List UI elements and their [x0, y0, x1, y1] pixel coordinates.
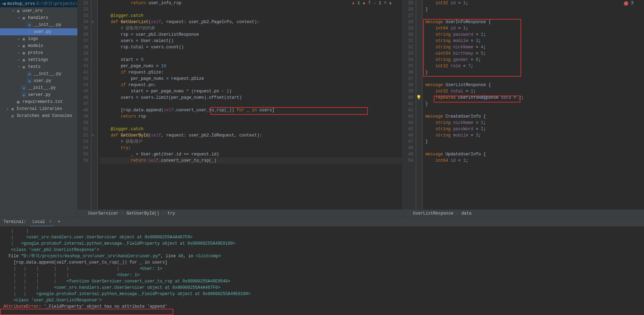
code-line[interactable]: return self.convert_user_to_rsp(_): [100, 158, 402, 164]
tree-item[interactable]: ◆user.py: [0, 77, 77, 84]
crumb-item[interactable]: GetUserById(): [127, 211, 160, 216]
terminal-output[interactable]: | | | <user_srv.handlers.user.UserServic…: [0, 226, 644, 315]
tree-item[interactable]: ▾▣user_srv: [0, 7, 77, 14]
tree-item[interactable]: ▸▣models: [0, 42, 77, 49]
tree-arrow-icon[interactable]: ▾: [17, 65, 21, 69]
code-line[interactable]: message UpdateUserInfo {: [425, 151, 644, 158]
tree-item[interactable]: ◆__init__.py: [0, 21, 77, 28]
code-line[interactable]: int32 id = 1;: [425, 0, 644, 6]
code-line[interactable]: }: [425, 6, 644, 13]
code-line[interactable]: def GetUserById(self, request: user_pb2.…: [100, 132, 402, 139]
right-code[interactable]: int32 id = 1;}message UserInfoResponse {…: [422, 0, 644, 209]
right-breadcrumb[interactable]: UserListResponse › data: [402, 209, 644, 217]
code-line[interactable]: if request.pn:: [100, 82, 402, 88]
code-line[interactable]: string nickName = 4;: [425, 44, 644, 50]
code-line[interactable]: }: [425, 139, 644, 145]
code-line[interactable]: per_page_nums = 10: [100, 63, 402, 69]
code-line[interactable]: [100, 101, 402, 107]
add-terminal-button[interactable]: +: [58, 219, 60, 224]
tree-item[interactable]: ▸▣protos: [0, 49, 77, 56]
tree-arrow-icon[interactable]: ▸: [17, 58, 21, 62]
code-line[interactable]: users = users.limit(per_page_nums).offse…: [100, 94, 402, 101]
crumb-item[interactable]: UserListResponse: [413, 211, 453, 216]
code-line[interactable]: [425, 107, 644, 113]
code-line[interactable]: start = per_page_nums * (request.pn - 1): [100, 88, 402, 94]
code-line[interactable]: [100, 120, 402, 126]
code-line[interactable]: start = 0: [100, 57, 402, 63]
code-line[interactable]: rsp = user_pb2.UserListResponse: [100, 31, 402, 38]
code-line[interactable]: [100, 50, 402, 57]
code-line[interactable]: [425, 13, 644, 19]
tree-arrow-icon[interactable]: ▾: [17, 16, 21, 20]
code-line[interactable]: string nickName = 1;: [425, 120, 644, 126]
right-gutter-fold[interactable]: 💡: [416, 0, 422, 209]
code-line[interactable]: # 获取用户: [100, 139, 402, 145]
terminal-tab-local[interactable]: Local ×: [30, 218, 54, 226]
code-line[interactable]: [rsp.data.append(self.convert_user_to_rs…: [100, 107, 402, 113]
code-line[interactable]: @logger.catch: [100, 126, 402, 132]
tree-arrow-icon[interactable]: ▸: [17, 44, 21, 48]
left-gutter-fold[interactable]: ⊖⊖: [91, 0, 98, 209]
code-line[interactable]: _ = User.get(User.id == request.id): [100, 151, 402, 158]
code-line[interactable]: if request.pSize:: [100, 69, 402, 76]
code-line[interactable]: message CreateUserInfo {: [425, 113, 644, 120]
tree-item[interactable]: ⊡Scratches and Consoles: [0, 112, 77, 119]
code-line[interactable]: string mobile = 3;: [425, 38, 644, 44]
code-line[interactable]: int64 id = 1;: [425, 158, 644, 164]
code-line[interactable]: uint64 birthday = 5;: [425, 50, 644, 57]
tree-item[interactable]: ▸▣settings: [0, 56, 77, 63]
left-code[interactable]: return user_info_rsp @logger.catch def G…: [98, 0, 402, 209]
project-tree[interactable]: ▾ ▣ mxshop_srvs D:\学习\projects\mxsho ▾▣u…: [0, 0, 78, 217]
code-line[interactable]: users = User.select(): [100, 38, 402, 44]
tree-arrow-icon[interactable]: ▸: [17, 51, 21, 55]
code-line[interactable]: message UserInfoResponse {: [425, 19, 644, 25]
left-gutter[interactable]: 3132333435363738394041424344454647484950…: [78, 0, 91, 209]
code-line[interactable]: return rsp: [100, 113, 402, 120]
code-line[interactable]: [425, 76, 644, 82]
code-line[interactable]: repeated UserInfoResponse data = 2;: [425, 94, 644, 101]
tree-arrow-icon[interactable]: ▸: [6, 107, 10, 111]
crumb-item[interactable]: try: [167, 211, 175, 216]
left-breadcrumb[interactable]: UserServicer › GetUserById() › try: [78, 209, 402, 217]
crumb-item[interactable]: data: [461, 211, 471, 216]
folder-icon: ▣: [21, 57, 27, 63]
tree-item[interactable]: ▸⊞External Libraries: [0, 105, 77, 112]
code-line[interactable]: int32 role = 7;: [425, 63, 644, 69]
code-line[interactable]: try:: [100, 145, 402, 151]
code-line[interactable]: }: [425, 69, 644, 76]
code-line[interactable]: message UserListResponse {: [425, 82, 644, 88]
code-line[interactable]: @logger.catch: [100, 13, 402, 19]
file-icon: ▤: [15, 99, 21, 105]
code-line[interactable]: string gender = 6;: [425, 57, 644, 63]
code-line[interactable]: per_page_nums = request.pSize: [100, 76, 402, 82]
tree-item[interactable]: ◆__init__.py: [0, 70, 77, 77]
terminal-panel[interactable]: Terminal: Local × + | | | <user_srv.hand…: [0, 217, 644, 315]
code-line[interactable]: string mobile = 3;: [425, 132, 644, 139]
left-editor-pane[interactable]: ▲1 ▲7 ✓1 ^ ∨ 313233343536373839404142434…: [78, 0, 402, 217]
tree-item[interactable]: ▸▣logs: [0, 35, 77, 42]
code-line[interactable]: [100, 6, 402, 13]
code-line[interactable]: string passWord = 2;: [425, 126, 644, 132]
code-line[interactable]: rsp.total = users.count(): [100, 44, 402, 50]
tree-item[interactable]: ▾▣tests: [0, 63, 77, 70]
close-icon[interactable]: ×: [49, 219, 51, 224]
code-line[interactable]: string password = 2;: [425, 31, 644, 38]
right-gutter[interactable]: 2526272829303132333435363738394041424344…: [402, 0, 416, 209]
right-editor-pane[interactable]: ⬤3 2526272829303132333435363738394041424…: [402, 0, 644, 217]
code-line[interactable]: int64 id = 1;: [425, 25, 644, 31]
tree-root[interactable]: ▾ ▣ mxshop_srvs D:\学习\projects\mxsho: [0, 0, 77, 7]
tree-item[interactable]: ◆user.py: [0, 28, 77, 35]
code-line[interactable]: int32 total = 1;: [425, 88, 644, 94]
code-line[interactable]: return user_info_rsp: [100, 0, 402, 6]
code-line[interactable]: }: [425, 101, 644, 107]
tree-arrow-icon[interactable]: ▾: [11, 9, 15, 13]
code-line[interactable]: # 获取用户的列表: [100, 25, 402, 31]
tree-item[interactable]: ▾▣handlers: [0, 14, 77, 21]
code-line[interactable]: [425, 145, 644, 151]
code-line[interactable]: def GetUserList(self, request: user_pb2.…: [100, 19, 402, 25]
tree-item[interactable]: ◆__init__.py: [0, 84, 77, 91]
tree-item[interactable]: ◆server.py: [0, 91, 77, 98]
tree-item[interactable]: ▤requirements.txt: [0, 98, 77, 105]
crumb-item[interactable]: UserServicer: [88, 211, 118, 216]
tree-arrow-icon[interactable]: ▸: [17, 37, 21, 41]
